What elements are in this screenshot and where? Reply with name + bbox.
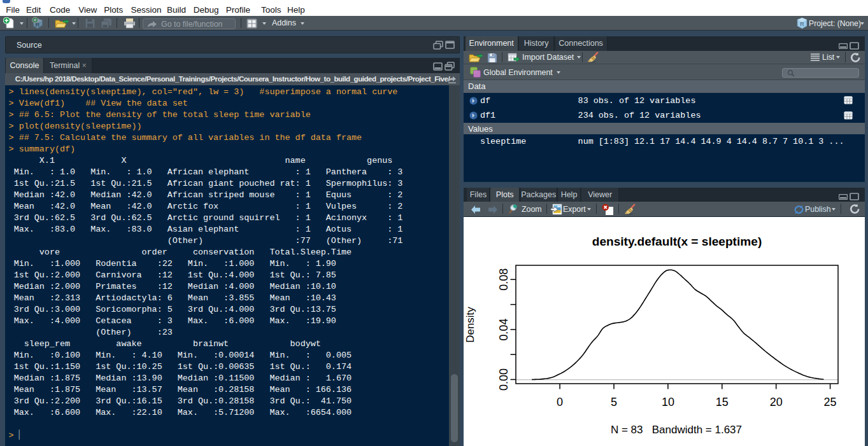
svg-text:15: 15 [716,396,729,408]
svg-text:25: 25 [824,396,837,408]
svg-text:0.08: 0.08 [497,268,510,291]
svg-text:20: 20 [770,396,783,408]
svg-text:10: 10 [662,396,674,408]
svg-text:N = 83 Bandwidth = 1.637: N = 83 Bandwidth = 1.637 [611,424,742,436]
svg-text:0: 0 [557,396,563,408]
svg-text:0.04: 0.04 [497,318,510,340]
svg-text:0.00: 0.00 [497,368,510,391]
svg-text:R: R [800,21,804,27]
svg-text:Density: Density [464,307,476,343]
svg-text:5: 5 [611,396,617,408]
svg-text:density.default(x = sleeptime): density.default(x = sleeptime) [592,235,762,248]
